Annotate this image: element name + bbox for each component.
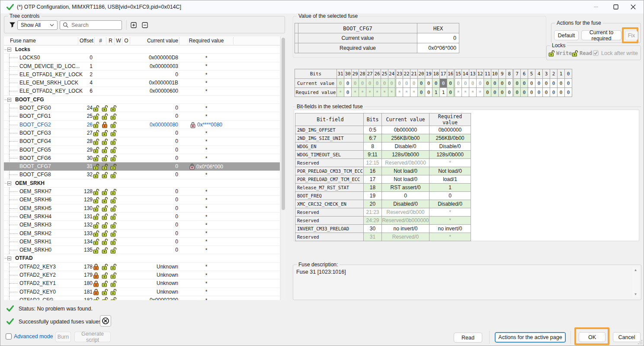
bit-cell-28[interactable]: *	[359, 88, 366, 97]
bitfield-required[interactable]: load/1	[429, 175, 471, 184]
fuse-required-value[interactable]: *	[179, 213, 233, 221]
bitfield-row[interactable]: Reserved21:23Reserved/0b000*	[295, 208, 471, 217]
fuse-row[interactable]: BOOT_CFG73100x0*06*000	[4, 162, 280, 171]
bitfield-row[interactable]: WDOG_TIMEOUT_SEL9:11128s/0b000128s/0b000	[295, 151, 471, 159]
fuse-row[interactable]: OEM_SRKH31320*	[4, 221, 280, 229]
lock-icons[interactable]	[93, 163, 117, 170]
col-r[interactable]: R	[106, 38, 115, 44]
fuse-row[interactable]: OEM_SRKH71280*	[4, 188, 280, 196]
bit-cell-22[interactable]: *	[403, 88, 410, 97]
lock-icons[interactable]	[93, 247, 117, 254]
fuse-required-value[interactable]: *	[179, 87, 233, 95]
fuse-row[interactable]: BOOT_CFG6300*	[4, 154, 280, 162]
expand-all-icon[interactable]	[131, 22, 137, 30]
scrollbar-thumb[interactable]	[282, 38, 285, 210]
filter-dropdown[interactable]: Show All	[17, 20, 58, 30]
fuse-row[interactable]: BOOT_CFG8320*	[4, 171, 280, 179]
col-current-value[interactable]: Current value	[130, 38, 178, 44]
bit-cell-3[interactable]: 0	[543, 88, 550, 97]
lock-icons[interactable]	[93, 272, 117, 279]
lock-icons[interactable]	[93, 230, 117, 237]
fuse-required-value[interactable]: *	[179, 188, 233, 196]
lock-icons[interactable]	[93, 297, 117, 300]
lock-icons[interactable]	[93, 238, 117, 245]
bit-cell-12[interactable]: *	[477, 88, 484, 97]
bitfield-row[interactable]: Release_M7_RST_STAT18RST assert/01	[295, 184, 471, 192]
bit-cell-0[interactable]: 0	[565, 88, 572, 97]
lock-icons[interactable]	[93, 188, 117, 195]
bit-cell-5[interactable]: 0	[528, 88, 535, 97]
col-fuse-name[interactable]: Fuse name	[10, 38, 36, 44]
fuse-required-value[interactable]: *	[179, 79, 233, 87]
fuse-row[interactable]: ELE_OTFAD1_KEY_LOCK20*	[4, 71, 280, 79]
lock-icons[interactable]	[93, 288, 117, 295]
tree-scrollbar[interactable]	[280, 36, 285, 300]
current-to-required-button[interactable]: Current to required	[581, 30, 622, 40]
search-input[interactable]: Search	[60, 20, 122, 30]
fuse-row[interactable]: OTFAD2_KEY2179Unknown*	[4, 271, 280, 279]
collapse-icon[interactable]	[7, 181, 11, 185]
bitfield-required[interactable]: *	[429, 217, 471, 225]
fuse-required-value[interactable]: *	[179, 146, 233, 154]
col-required-value[interactable]: Required value	[179, 38, 233, 44]
maximize-button[interactable]	[609, 2, 623, 12]
bitfield-row[interactable]: WDOG_EN8Disable/0Disable/0	[295, 142, 471, 151]
fuse-required-value[interactable]: *	[179, 238, 233, 246]
bit-cell-26[interactable]: *	[374, 88, 381, 97]
fuse-required-value[interactable]: *	[179, 171, 233, 179]
collapse-all-icon[interactable]	[142, 22, 148, 30]
bit-cell-13[interactable]: *	[469, 88, 477, 97]
bit-cell-17[interactable]: 1	[440, 88, 447, 97]
bit-cell-27[interactable]: *	[366, 88, 374, 97]
actions-for-active-page-button[interactable]: Actions for the active page	[495, 332, 566, 343]
fuse-row[interactable]: OEM_SRKH21330*	[4, 230, 280, 238]
bitfield-required[interactable]: 0	[429, 192, 471, 200]
lock-icons[interactable]	[93, 113, 117, 120]
bit-cell-4[interactable]: 0	[535, 88, 543, 97]
description-scrollbar[interactable]: ▲ ▼	[632, 267, 639, 297]
bit-cell-2[interactable]: 0	[550, 88, 557, 97]
resize-grip[interactable]	[638, 340, 642, 344]
fuse-group-row[interactable]: OEM_SRKH	[4, 179, 280, 188]
ok-button[interactable]: OK	[579, 332, 606, 342]
bit-cell-30[interactable]: 0	[344, 88, 352, 97]
fuse-row[interactable]: OEM_SRKH11340*	[4, 238, 280, 246]
scroll-down-icon[interactable]: ▼	[632, 291, 639, 297]
fuse-required-value[interactable]: *	[179, 137, 233, 146]
generate-script-button[interactable]: Generate script	[74, 332, 111, 342]
bitfield-required[interactable]: Disable/0	[429, 142, 471, 151]
bitfield-required[interactable]: Not load/0	[429, 167, 471, 175]
col-offset[interactable]: Offset	[78, 38, 95, 44]
bitfield-row[interactable]: POR_PRELOAD_CM33_TCM_ECC16Not load/0Not …	[295, 167, 471, 175]
fuse-required-value[interactable]: *	[179, 221, 233, 229]
bit-cell-11[interactable]: 0	[484, 88, 491, 97]
fuse-required-value[interactable]: *	[179, 246, 233, 254]
fuse-row[interactable]: LOCKS000x000000D8*	[4, 54, 280, 62]
default-button[interactable]: Default	[554, 30, 579, 40]
fuse-required-value[interactable]: *	[179, 296, 233, 300]
bit-cell-31[interactable]: *	[337, 88, 344, 97]
fuse-row[interactable]: ELE_OTFAD2_KEY_LOCK60x00000600*	[4, 87, 280, 95]
fuse-row[interactable]: BOOT_CFG1250*	[4, 112, 280, 120]
cancel-button[interactable]: Cancel	[613, 332, 641, 342]
bitfield-row[interactable]: 2ND_IMG_OFFSET0:50b0000000b000000	[295, 126, 471, 134]
bitfield-required[interactable]: 1	[429, 184, 471, 192]
fuse-required-value[interactable]: 0x****0080	[179, 121, 233, 129]
bitfield-required[interactable]: no invert/0	[429, 225, 471, 233]
fix-button[interactable]: Fix	[625, 31, 638, 40]
bit-cell-16[interactable]: 0	[447, 88, 455, 97]
bit-cell-7[interactable]: 0	[513, 88, 521, 97]
lock-icons[interactable]	[93, 205, 117, 212]
lock-icons[interactable]	[93, 263, 117, 270]
bitfield-required[interactable]: 128s/0b000	[429, 151, 471, 159]
lock-after-write-checkbox[interactable]	[593, 50, 599, 56]
bit-cell-29[interactable]: *	[352, 88, 359, 97]
bitfield-required[interactable]: Disabled/0	[429, 200, 471, 208]
fuse-required-value[interactable]: *	[179, 129, 233, 137]
lock-icons[interactable]	[93, 129, 117, 136]
fuse-required-value[interactable]: *	[179, 71, 233, 79]
advanced-mode-label[interactable]: Advanced mode	[14, 333, 53, 340]
fuse-row[interactable]: BOOT_CFG5290*	[4, 146, 280, 154]
bit-cell-10[interactable]: 0	[491, 88, 499, 97]
lock-icons[interactable]	[93, 171, 117, 178]
